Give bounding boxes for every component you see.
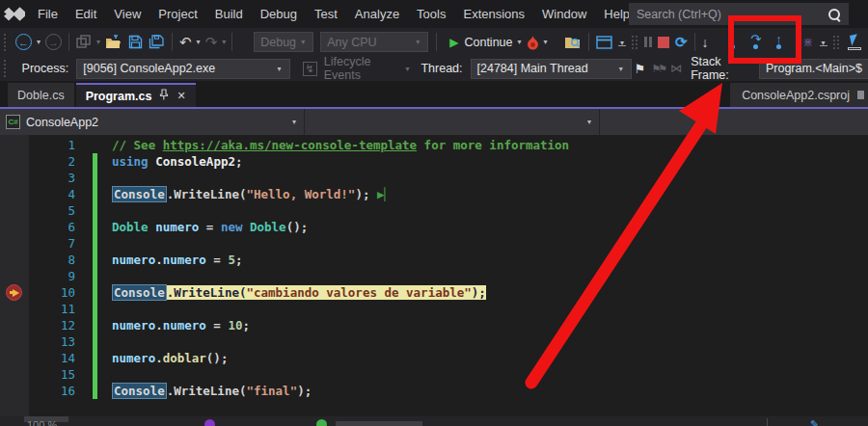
- code-line[interactable]: 3: [0, 170, 868, 186]
- menu-project[interactable]: Project: [149, 2, 205, 26]
- step-out-button[interactable]: ↑: [768, 30, 791, 55]
- lifecycle-caret-icon[interactable]: ▾: [403, 65, 411, 73]
- token-num: 5: [228, 253, 235, 267]
- hot-reload-button[interactable]: [524, 30, 542, 55]
- search-input[interactable]: Search (Ctrl+Q): [629, 3, 849, 25]
- project-dropdown[interactable]: C# ConsoleApp2 ▾: [0, 109, 305, 135]
- step-into-button[interactable]: ↓: [721, 30, 745, 55]
- find-in-files-button[interactable]: [561, 30, 584, 55]
- hot-reload-dropdown-caret-icon[interactable]: ▾: [542, 38, 550, 46]
- code-line[interactable]: 8numero.numero = 5;: [0, 252, 868, 268]
- show-flagged-threads-button[interactable]: ⚑⚑: [648, 56, 667, 81]
- code-line[interactable]: 7: [0, 235, 868, 252]
- code-line[interactable]: 11: [0, 301, 868, 317]
- lifecycle-events-button[interactable]: ↯: [300, 56, 320, 81]
- save-all-button[interactable]: [146, 30, 168, 55]
- thread-dropdown[interactable]: [24784] Main Thread ▾: [471, 59, 632, 79]
- menu-edit[interactable]: Edit: [67, 2, 105, 26]
- toolbar-grip[interactable]: [631, 35, 639, 50]
- undo-button[interactable]: ↶: [176, 30, 195, 55]
- edit-pencil-icon[interactable]: ✎: [810, 418, 819, 426]
- member-dropdown[interactable]: [600, 109, 868, 135]
- code-line[interactable]: 13: [0, 333, 868, 350]
- code-line[interactable]: 5: [0, 202, 868, 219]
- toolbar-grip[interactable]: [4, 60, 9, 77]
- navigate-back-button[interactable]: ←: [13, 30, 35, 55]
- code-line[interactable]: 9: [0, 268, 868, 284]
- menu-debug[interactable]: Debug: [252, 2, 306, 26]
- platform-dropdown[interactable]: Any CPU ▾: [320, 32, 428, 52]
- code-line[interactable]: 16Console.WriteLine("final");: [0, 383, 868, 399]
- code-line[interactable]: 12numero.numero = 10;: [0, 317, 868, 333]
- tab-doble-cs[interactable]: Doble.cs: [8, 83, 74, 107]
- current-statement-breakpoint-icon[interactable]: [6, 284, 22, 301]
- toolbar-grip[interactable]: [4, 34, 9, 51]
- code-text[interactable]: Console.WriteLine("cambiando valores de …: [112, 284, 486, 301]
- open-file-button[interactable]: [102, 30, 125, 55]
- process-dropdown[interactable]: [9056] ConsoleApp2.exe ▾: [76, 59, 289, 79]
- code-text[interactable]: Doble numero = new Doble();: [112, 219, 308, 235]
- menu-file[interactable]: File: [29, 2, 67, 26]
- tab-consoleapp2-csproj[interactable]: ConsoleApp2.csproj: [730, 83, 868, 107]
- close-icon[interactable]: ✕: [176, 90, 185, 102]
- break-all-button[interactable]: [641, 30, 655, 55]
- breakpoints-window-button[interactable]: [593, 30, 615, 55]
- continue-dropdown-caret-icon[interactable]: ▾: [516, 38, 524, 46]
- purple-status-icon[interactable]: [204, 419, 215, 426]
- menu-build[interactable]: Build: [206, 2, 252, 26]
- stop-debugging-button[interactable]: [655, 30, 672, 55]
- menu-window[interactable]: Window: [533, 2, 595, 26]
- continue-button[interactable]: ▶ Continue: [447, 30, 515, 55]
- menu-test[interactable]: Test: [306, 2, 346, 26]
- menu-view[interactable]: View: [105, 2, 149, 26]
- code-line[interactable]: 4Console.WriteLine("Hello, World!"); ▶▏: [0, 186, 868, 202]
- undo-dropdown-caret-icon[interactable]: ▾: [195, 38, 203, 46]
- menu-extensions[interactable]: Extensions: [454, 2, 533, 26]
- token-pln: ;: [235, 253, 243, 267]
- navigate-forward-button[interactable]: →: [42, 30, 65, 55]
- code-text[interactable]: using ConsoleApp2;: [112, 153, 243, 170]
- back-dropdown-caret-icon[interactable]: ▾: [35, 38, 42, 46]
- code-line[interactable]: 2using ConsoleApp2;: [0, 153, 868, 170]
- token-plnb: ConsoleApp2: [155, 154, 235, 169]
- run-to-click-button[interactable]: [843, 30, 866, 55]
- type-dropdown[interactable]: ▾: [305, 109, 600, 135]
- flag-thread-button[interactable]: ⚑: [632, 56, 649, 81]
- code-text[interactable]: numero.numero = 10;: [112, 317, 250, 333]
- code-editor[interactable]: 1// See https://aka.ms/new-console-templ…: [0, 135, 868, 416]
- code-line[interactable]: 14numero.doblar();: [0, 350, 868, 366]
- solution-config-dropdown[interactable]: Debug ▾: [254, 32, 313, 52]
- step-over-button[interactable]: ↷: [745, 30, 768, 55]
- stack-frame-dropdown[interactable]: Program.<Main>$: [759, 59, 868, 79]
- tab-program-cs[interactable]: Program.cs ✕: [76, 83, 196, 107]
- code-line[interactable]: 15: [0, 366, 868, 383]
- code-text[interactable]: numero.numero = 5;: [112, 252, 242, 268]
- code-line[interactable]: 10Console.WriteLine("cambiando valores d…: [0, 284, 868, 301]
- toolbar-overflow-button[interactable]: ▾: [817, 30, 830, 55]
- new-project-dropdown-caret-icon[interactable]: ▾: [95, 38, 102, 46]
- zoom-control[interactable]: 100 %: [27, 419, 57, 426]
- toolbar-overflow-button[interactable]: ▾: [615, 30, 629, 55]
- code-line[interactable]: 6Doble numero = new Doble();: [0, 219, 868, 235]
- health-status-icon[interactable]: [316, 419, 327, 426]
- toolbar-separator: [436, 33, 437, 51]
- toggle-current-thread-button[interactable]: ⋈: [667, 56, 685, 81]
- code-text[interactable]: // See https://aka.ms/new-console-templa…: [112, 137, 569, 153]
- code-text[interactable]: Console.WriteLine("final");: [112, 383, 312, 399]
- restart-button[interactable]: ⟳: [672, 30, 691, 55]
- redo-dropdown-caret-icon[interactable]: ▾: [220, 38, 228, 46]
- show-threads-button[interactable]: ⋇: [800, 30, 817, 55]
- code-text[interactable]: Console.WriteLine("Hello, World!"); ▶▏: [112, 186, 392, 202]
- menu-tools[interactable]: Tools: [408, 2, 454, 26]
- code-text[interactable]: numero.doblar();: [112, 350, 228, 366]
- toolbar-grip[interactable]: [832, 35, 841, 50]
- menu-analyze[interactable]: Analyze: [346, 2, 408, 26]
- search-icon[interactable]: [827, 8, 841, 21]
- redo-button[interactable]: ↷: [203, 30, 221, 55]
- new-project-button[interactable]: [73, 30, 95, 55]
- pin-icon[interactable]: [159, 89, 169, 103]
- code-line[interactable]: 1// See https://aka.ms/new-console-templ…: [0, 137, 868, 153]
- csharp-file-icon: C#: [6, 115, 20, 129]
- save-button[interactable]: [125, 30, 146, 55]
- show-next-statement-button[interactable]: ↓: [699, 30, 712, 55]
